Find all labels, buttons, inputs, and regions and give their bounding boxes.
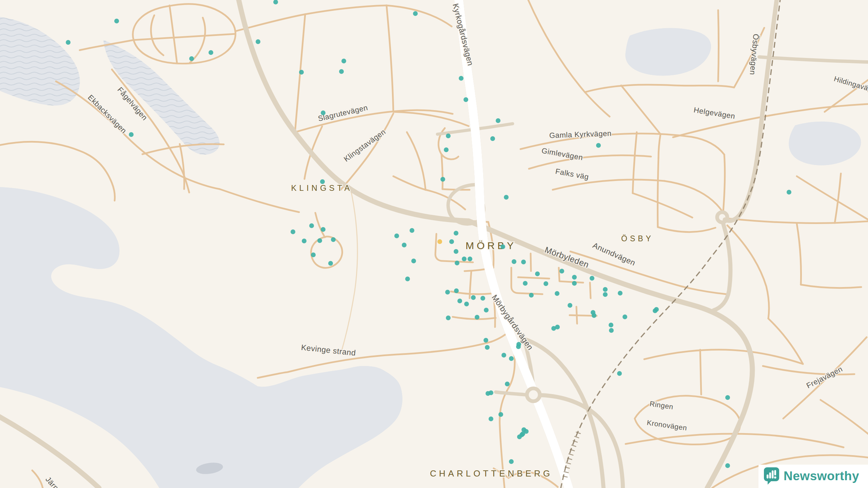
map-point-highlight[interactable]	[437, 239, 442, 244]
map-point[interactable]	[454, 249, 458, 254]
map-point[interactable]	[394, 233, 399, 238]
map-point[interactable]	[509, 459, 514, 464]
map-point[interactable]	[517, 434, 522, 439]
map-point[interactable]	[209, 50, 213, 55]
map-point[interactable]	[457, 299, 462, 303]
map-point[interactable]	[596, 143, 601, 148]
map-point[interactable]	[504, 195, 509, 200]
map-point[interactable]	[317, 238, 322, 243]
map-point[interactable]	[509, 356, 514, 361]
map-canvas[interactable]: KyrkogårdsvägenÖsbyvägenHildingavägenHel…	[0, 0, 868, 488]
map-point[interactable]	[535, 271, 540, 276]
map-point[interactable]	[603, 292, 608, 297]
map-point[interactable]	[320, 179, 325, 184]
map-point[interactable]	[603, 287, 608, 292]
area-label-klingsta: KLINGSTA	[291, 183, 353, 192]
map-point[interactable]	[440, 177, 445, 182]
map-point[interactable]	[321, 110, 326, 115]
map-point[interactable]	[444, 147, 449, 152]
map-point[interactable]	[572, 281, 577, 286]
map-point[interactable]	[484, 308, 489, 312]
map-point[interactable]	[480, 296, 485, 301]
map-point[interactable]	[512, 259, 516, 264]
map-point[interactable]	[489, 416, 493, 421]
map-point[interactable]	[468, 257, 472, 261]
map-point[interactable]	[490, 136, 495, 141]
map-point[interactable]	[311, 252, 316, 257]
map-point[interactable]	[256, 39, 260, 44]
map-point[interactable]	[321, 227, 326, 232]
map-point[interactable]	[609, 328, 614, 333]
map-point[interactable]	[299, 70, 304, 75]
map-point[interactable]	[618, 291, 623, 296]
roundabout-morby	[527, 388, 540, 401]
map-point[interactable]	[114, 19, 119, 23]
map-point[interactable]	[189, 56, 194, 61]
logo-text: Newsworthy	[784, 469, 859, 483]
map-point[interactable]	[496, 118, 500, 123]
map-point[interactable]	[411, 259, 416, 263]
map-point[interactable]	[725, 395, 730, 400]
map-point[interactable]	[413, 11, 418, 16]
map-point[interactable]	[66, 40, 71, 45]
map-point[interactable]	[309, 223, 314, 228]
map-point[interactable]	[559, 269, 564, 273]
map-point[interactable]	[339, 69, 344, 74]
newsworthy-pin-icon	[764, 467, 780, 485]
map-point[interactable]	[568, 303, 572, 308]
map-point[interactable]	[455, 261, 459, 265]
map-point[interactable]	[725, 463, 730, 468]
area-label--sby: ÖSBY	[621, 234, 654, 243]
map-point[interactable]	[302, 239, 307, 243]
map-point[interactable]	[463, 97, 468, 102]
map-point[interactable]	[446, 316, 451, 320]
map-point[interactable]	[454, 231, 458, 236]
map-point[interactable]	[485, 345, 490, 350]
map-point[interactable]	[592, 313, 596, 318]
map-point[interactable]	[521, 260, 526, 264]
map-point[interactable]	[129, 132, 134, 137]
map-point[interactable]	[609, 323, 613, 327]
map-point[interactable]	[544, 281, 548, 286]
map-point[interactable]	[405, 277, 410, 281]
map-point[interactable]	[464, 302, 469, 306]
area-label-m-rby: MÖRBY	[466, 240, 516, 251]
map-point[interactable]	[328, 261, 333, 266]
attribution-logo[interactable]: Newsworthy	[758, 465, 868, 488]
map-point[interactable]	[449, 239, 454, 244]
map-point[interactable]	[484, 338, 488, 343]
map-point[interactable]	[331, 237, 336, 242]
map-point[interactable]	[459, 76, 463, 81]
map-point[interactable]	[410, 228, 414, 233]
map-point[interactable]	[500, 244, 505, 249]
map-point[interactable]	[505, 382, 510, 386]
map-point[interactable]	[462, 257, 467, 261]
map-point[interactable]	[623, 314, 627, 319]
map-point[interactable]	[402, 243, 407, 247]
map-point[interactable]	[454, 288, 459, 293]
map-point[interactable]	[445, 290, 450, 294]
map-point[interactable]	[471, 295, 476, 300]
map-point[interactable]	[489, 390, 493, 395]
map-point[interactable]	[572, 275, 577, 280]
map-point[interactable]	[523, 281, 528, 286]
area-label-charlottenberg: CHARLOTTENBERG	[430, 468, 553, 479]
map-point[interactable]	[475, 315, 479, 320]
map-point[interactable]	[341, 59, 346, 63]
map-point[interactable]	[555, 291, 559, 296]
map-point[interactable]	[787, 190, 791, 195]
map-point[interactable]	[529, 293, 534, 298]
map-point[interactable]	[590, 276, 594, 281]
map-point[interactable]	[555, 325, 560, 329]
map-point[interactable]	[498, 412, 503, 417]
map-point[interactable]	[501, 353, 506, 358]
map-point[interactable]	[291, 229, 295, 234]
map-point[interactable]	[654, 307, 659, 312]
map-point[interactable]	[617, 371, 622, 376]
map-point[interactable]	[516, 344, 521, 349]
map-point[interactable]	[446, 134, 451, 138]
